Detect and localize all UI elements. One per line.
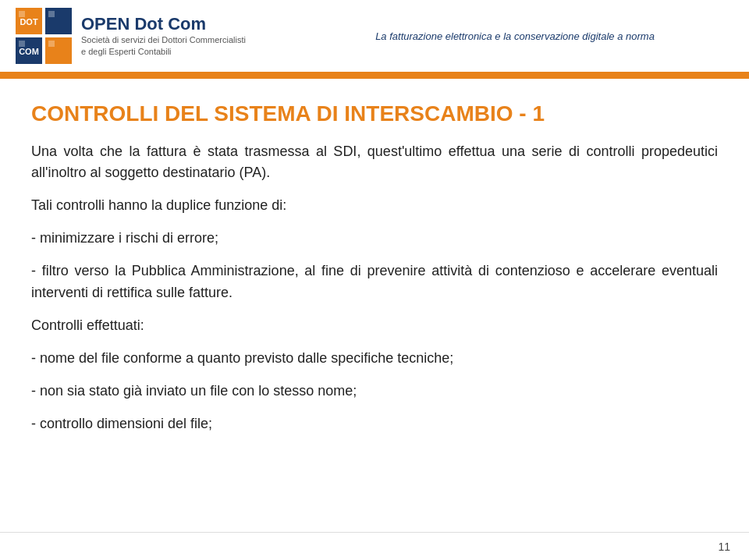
svg-rect-7 [48,11,55,17]
svg-rect-9 [48,41,55,47]
paragraph-3-bullet3: - controllo dimensioni del file; [31,413,718,435]
slide-title: CONTROLLI DEL SISTEMA DI INTERSCAMBIO - … [31,101,718,127]
svg-rect-8 [19,41,25,47]
paragraph-2-intro: Tali controlli hanno la duplice funzione… [31,195,718,217]
logo-text: OPEN Dot Com Società di servizi dei Dott… [81,14,246,58]
logo-title: OPEN Dot Com [81,14,246,34]
page-number: 11 [718,541,730,553]
main-content: CONTROLLI DEL SISTEMA DI INTERSCAMBIO - … [0,79,749,462]
paragraph-2-bullet2: - filtro verso la Pubblica Amministrazio… [31,261,718,304]
header-tagline: La fatturazione elettronica e la conserv… [281,30,733,42]
paragraph-1: Una volta che la fattura è stata trasmes… [31,141,718,185]
svg-rect-6 [19,11,25,17]
paragraph-2-bullet1: - minimizzare i rischi di errore; [31,228,718,250]
body-text: Una volta che la fattura è stata trasmes… [31,141,718,435]
paragraph-3-bullet2: - non sia stato già inviato un file con … [31,381,718,402]
svg-text:COM: COM [19,47,39,56]
paragraph-3-intro: Controlli effettuati: [31,315,718,337]
paragraph-2: Tali controlli hanno la duplice funzione… [31,195,718,304]
logo-icon: DOT COM [16,8,72,64]
paragraph-3-bullet1: - nome del file conforme a quanto previs… [31,348,718,370]
header: DOT COM OPEN Dot Com Società di servizi … [0,0,749,74]
footer: 11 [0,532,749,560]
svg-text:DOT: DOT [20,17,38,27]
logo-subtitle: Società di servizi dei Dottori Commercia… [81,34,246,58]
logo-block: DOT COM OPEN Dot Com Società di servizi … [16,8,281,64]
paragraph-3: Controlli effettuati: - nome del file co… [31,315,718,435]
